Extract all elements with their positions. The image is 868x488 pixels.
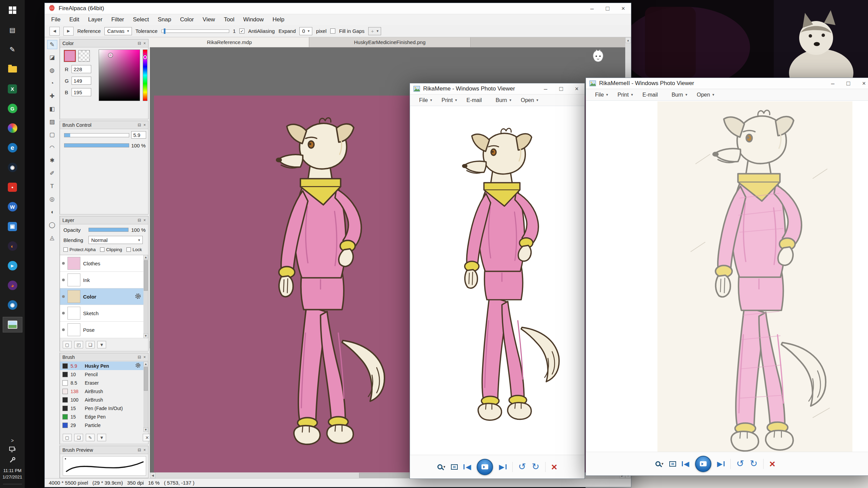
wrench-icon[interactable] <box>9 457 16 464</box>
rotate-cw-icon[interactable]: ↻ <box>532 462 539 471</box>
tolerance-slider[interactable] <box>161 29 229 33</box>
close-icon[interactable]: × <box>143 448 146 452</box>
maximize-button[interactable]: □ <box>553 83 569 94</box>
g-value-field[interactable]: 149 <box>72 77 91 85</box>
blue-tile-app-button[interactable]: ▣ <box>3 219 22 234</box>
layer-visibility-icon[interactable] <box>62 295 65 298</box>
pv-menu-email[interactable]: E-mail▾ <box>462 97 491 103</box>
move-tool[interactable]: ✚ <box>47 92 57 101</box>
layer-row-color[interactable]: Color <box>60 288 143 305</box>
snap-tool[interactable]: ◬ <box>47 233 57 242</box>
zoom-tool[interactable]: ◯ <box>47 220 57 229</box>
show-desktop-button[interactable] <box>3 484 22 486</box>
select-rect-tool[interactable]: ▢ <box>47 130 57 139</box>
pv-menu-print[interactable]: Print▾ <box>437 97 461 103</box>
previous-button[interactable]: ◀ <box>463 463 471 470</box>
palette-app-button[interactable] <box>3 121 22 136</box>
close-icon[interactable]: × <box>143 41 146 46</box>
new-folder-button[interactable]: ◰ <box>74 341 83 348</box>
reference-select[interactable]: Canvas▾ <box>104 27 132 35</box>
pv2-titlebar[interactable]: RikaMemeII - Windows Photo Viewer – □ × <box>586 78 868 89</box>
maximize-button[interactable]: □ <box>600 3 615 14</box>
select-pen-tool[interactable]: ✐ <box>47 169 57 178</box>
actual-size-icon[interactable] <box>451 464 458 470</box>
expand-select[interactable]: 0▾ <box>299 27 312 35</box>
firealpaca-titlebar[interactable]: FireAlpaca (64bit) – □ × <box>45 3 631 14</box>
move-brush-button[interactable]: ▼ <box>97 434 106 441</box>
maximize-button[interactable]: □ <box>841 78 856 89</box>
close-icon[interactable]: × <box>143 355 146 360</box>
merge-layer-button[interactable]: ▼ <box>97 341 106 348</box>
brush-size-slider[interactable] <box>64 133 129 137</box>
brush-row-pencil[interactable]: 10 Pencil <box>60 370 143 379</box>
eraser-tool[interactable]: ◪ <box>47 53 57 62</box>
background-color-swatch[interactable] <box>78 50 90 62</box>
edit-brush-button[interactable]: ✎ <box>86 434 95 441</box>
dock-icon[interactable]: ⊟ <box>138 41 141 46</box>
minimize-button[interactable]: – <box>825 78 841 89</box>
protect-alpha-checkbox[interactable] <box>63 247 68 252</box>
menu-edit[interactable]: Edit <box>65 16 83 23</box>
tab-huskyearmedicine[interactable]: HuskyEarMedicineFinished.png <box>309 37 471 47</box>
telegram-button[interactable]: ▸ <box>3 258 22 273</box>
clipping-checkbox[interactable] <box>100 247 104 252</box>
rotate-ccw-icon[interactable]: ↺ <box>518 462 526 471</box>
text-tool[interactable]: T <box>47 182 57 191</box>
steam-button[interactable]: ◉ <box>3 160 22 175</box>
pv-menu-email[interactable]: E-mail▾ <box>638 92 667 98</box>
layer-row-clothes[interactable]: Clothes <box>60 255 143 272</box>
layer-visibility-icon[interactable] <box>62 328 65 331</box>
layer-row-sketch[interactable]: Sketch <box>60 305 143 322</box>
sv-cursor[interactable] <box>108 53 113 57</box>
pv-menu-open[interactable]: Open▾ <box>692 92 719 98</box>
pv-menu-burn[interactable]: Burn▾ <box>491 97 516 103</box>
slideshow-button[interactable] <box>477 459 493 475</box>
layer-row-ink[interactable]: Ink <box>60 272 143 288</box>
dark-orange-app-button[interactable]: ◐ <box>3 239 22 253</box>
duplicate-layer-button[interactable]: ❏ <box>86 341 95 348</box>
duplicate-brush-button[interactable]: ❏ <box>74 434 83 441</box>
close-icon[interactable]: × <box>143 123 146 127</box>
goto-app-button[interactable]: G <box>3 101 22 116</box>
slideshow-button[interactable] <box>695 456 711 472</box>
dock-icon[interactable]: ⊟ <box>138 123 141 127</box>
pv-menu-burn[interactable]: Burn▾ <box>667 92 692 98</box>
brush-list-scrollbar[interactable]: ▲ ▼ <box>143 362 148 432</box>
minimize-button[interactable]: – <box>538 83 553 94</box>
dock-icon[interactable]: ⊟ <box>138 355 141 360</box>
task-view-button[interactable]: ▤ <box>3 22 22 37</box>
menu-select[interactable]: Select <box>129 16 153 23</box>
lock-checkbox[interactable] <box>126 247 131 252</box>
tolerance-slider-handle[interactable] <box>164 28 165 34</box>
previous-button[interactable]: ◀ <box>682 460 689 467</box>
brush-row-husky-pen[interactable]: 5.9 Husky Pen <box>60 362 143 370</box>
start-button[interactable] <box>3 3 22 18</box>
b-value-field[interactable]: 195 <box>72 88 91 96</box>
gap-size-select[interactable]: +▾ <box>368 27 381 35</box>
r-value-field[interactable]: 228 <box>72 65 91 73</box>
dock-icon[interactable]: ⊟ <box>138 218 141 223</box>
delete-icon[interactable]: × <box>769 459 775 469</box>
brush-row-edge-pen[interactable]: 15 Edge Pen <box>60 412 143 421</box>
gradient-tool[interactable]: ▨ <box>47 117 57 126</box>
layer-opacity-slider[interactable] <box>88 228 129 232</box>
pv-menu-print[interactable]: Print▾ <box>613 92 637 98</box>
close-button[interactable]: × <box>856 78 868 89</box>
menu-layer[interactable]: Layer <box>84 16 107 23</box>
tab-rikareference[interactable]: RikaReference.mdp <box>150 37 309 47</box>
panel-toggle-right-button[interactable]: ▶ <box>63 27 74 36</box>
bucket-tool[interactable]: ◧ <box>47 104 57 114</box>
menu-tool[interactable]: Tool <box>219 16 239 23</box>
menu-view[interactable]: View <box>198 16 220 23</box>
layer-settings-gear-icon[interactable] <box>135 293 141 301</box>
close-icon[interactable]: × <box>143 218 146 223</box>
airbrush-tool[interactable]: ◍ <box>47 66 57 75</box>
magic-wand-tool[interactable]: ✱ <box>47 156 57 165</box>
actual-size-icon[interactable] <box>669 461 676 467</box>
pen-tool[interactable]: ✎ <box>47 40 57 49</box>
menu-file[interactable]: File <box>47 16 65 23</box>
smudge-tool[interactable]: ◔ <box>47 79 57 88</box>
close-button[interactable]: × <box>615 3 631 14</box>
fill-in-gaps-checkbox[interactable] <box>330 28 335 34</box>
tray-expand-button[interactable]: > <box>11 438 14 443</box>
